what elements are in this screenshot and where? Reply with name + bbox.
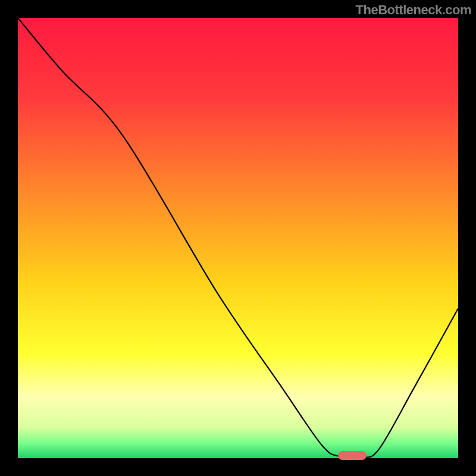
plot-area: [18, 18, 458, 458]
attribution-label: TheBottleneck.com: [356, 2, 471, 18]
optimal-marker: [338, 451, 367, 460]
chart-container: TheBottleneck.com: [0, 0, 476, 476]
bottleneck-curve: [18, 18, 458, 458]
